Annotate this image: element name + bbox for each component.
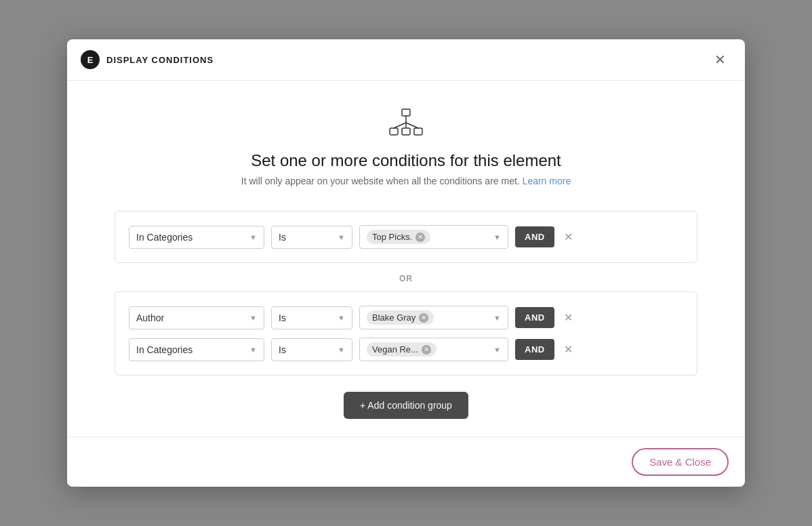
modal-header: E DISPLAY CONDITIONS ✕ xyxy=(67,39,745,81)
modal-body: Set one or more conditions for this elem… xyxy=(67,81,745,437)
tag-top-picks: Top Picks. ✕ xyxy=(367,230,430,244)
value-select-3[interactable]: Vegan Re... ✕ ▼ xyxy=(359,338,508,361)
chevron-down-icon: ▼ xyxy=(493,233,501,241)
remove-tag-top-picks[interactable]: ✕ xyxy=(415,232,425,242)
modal-title: DISPLAY CONDITIONS xyxy=(106,55,214,65)
tag-blake-gray: Blake Gray ✕ xyxy=(367,310,434,325)
operator-select-1[interactable]: Is ▼ xyxy=(271,226,352,249)
category-select-1[interactable]: In Categories ▼ xyxy=(129,226,264,249)
svg-line-7 xyxy=(406,123,418,128)
svg-rect-0 xyxy=(402,109,410,116)
value-select-2[interactable]: Blake Gray ✕ ▼ xyxy=(359,306,508,329)
hero-title: Set one or more conditions for this elem… xyxy=(251,151,561,170)
chevron-down-icon: ▼ xyxy=(249,314,257,322)
modal-brand-icon: E xyxy=(81,50,100,69)
remove-row-button-1[interactable]: ✕ xyxy=(561,228,575,246)
conditions-container: In Categories ▼ Is ▼ Top Picks. ✕ xyxy=(115,211,697,419)
svg-rect-3 xyxy=(414,128,422,135)
svg-rect-1 xyxy=(390,128,398,135)
operator-select-2[interactable]: Is ▼ xyxy=(271,306,352,329)
display-conditions-modal: E DISPLAY CONDITIONS ✕ Set one or more c… xyxy=(67,39,745,487)
remove-tag-vegan-re[interactable]: ✕ xyxy=(422,345,431,355)
and-button-1[interactable]: AND xyxy=(515,226,554,247)
operator-select-3[interactable]: Is ▼ xyxy=(271,338,352,361)
remove-tag-blake-gray[interactable]: ✕ xyxy=(419,313,428,323)
chevron-down-icon: ▼ xyxy=(249,233,257,241)
chevron-down-icon: ▼ xyxy=(249,346,257,354)
category-select-3[interactable]: In Categories ▼ xyxy=(129,338,264,361)
category-select-2[interactable]: Author ▼ xyxy=(129,306,264,329)
remove-row-button-2[interactable]: ✕ xyxy=(561,308,575,327)
chevron-down-icon: ▼ xyxy=(338,314,345,322)
learn-more-link[interactable]: Learn more xyxy=(523,176,571,186)
chevron-down-icon: ▼ xyxy=(493,314,501,322)
svg-rect-2 xyxy=(402,128,410,135)
chevron-down-icon: ▼ xyxy=(493,346,501,354)
modal-footer: Save & Close xyxy=(67,437,745,487)
condition-row-3: In Categories ▼ Is ▼ Vegan Re... ✕ xyxy=(129,338,683,361)
remove-row-button-3[interactable]: ✕ xyxy=(561,340,575,359)
condition-group-1: In Categories ▼ Is ▼ Top Picks. ✕ xyxy=(115,211,697,263)
add-condition-group-button[interactable]: + Add condition group xyxy=(344,392,468,419)
chevron-down-icon: ▼ xyxy=(338,233,345,241)
svg-line-5 xyxy=(394,123,406,128)
condition-group-2: Author ▼ Is ▼ Blake Gray ✕ xyxy=(115,291,697,376)
hero-subtitle: It will only appear on your website when… xyxy=(241,176,571,186)
value-select-1[interactable]: Top Picks. ✕ ▼ xyxy=(359,225,508,249)
modal-close-button[interactable]: ✕ xyxy=(709,50,731,69)
and-button-2[interactable]: AND xyxy=(515,307,554,328)
chevron-down-icon: ▼ xyxy=(338,346,345,354)
tag-container-2: Blake Gray ✕ xyxy=(367,310,493,325)
save-close-button[interactable]: Save & Close xyxy=(632,448,729,476)
and-button-3[interactable]: AND xyxy=(515,339,554,360)
hero-icon xyxy=(388,108,424,140)
or-divider: OR xyxy=(115,274,697,283)
tag-container-1: Top Picks. ✕ xyxy=(367,230,493,244)
tag-container-3: Vegan Re... ✕ xyxy=(367,342,493,357)
tag-vegan-re: Vegan Re... ✕ xyxy=(367,342,437,357)
condition-row-2: Author ▼ Is ▼ Blake Gray ✕ xyxy=(129,306,683,329)
condition-row-1: In Categories ▼ Is ▼ Top Picks. ✕ xyxy=(129,225,683,249)
